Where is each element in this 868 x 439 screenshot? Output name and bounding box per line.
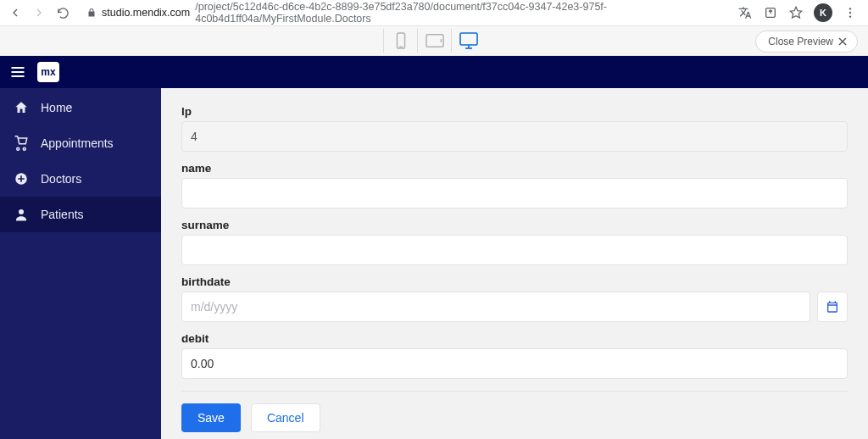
form-divider <box>181 391 848 392</box>
device-switcher <box>383 29 485 53</box>
label-birthdate: birthdate <box>181 275 848 288</box>
input-name[interactable] <box>181 178 848 208</box>
field-debit: debit <box>181 332 848 379</box>
input-surname[interactable] <box>181 235 848 265</box>
save-button[interactable]: Save <box>181 403 241 432</box>
back-button[interactable] <box>7 4 24 21</box>
field-birthdate: birthdate <box>181 275 848 322</box>
device-tablet-button[interactable] <box>417 29 451 53</box>
hamburger-menu-icon[interactable] <box>8 63 27 81</box>
forward-button[interactable] <box>31 4 47 21</box>
sidebar-item-doctors[interactable]: Doctors <box>0 161 161 197</box>
device-desktop-button[interactable] <box>451 29 485 53</box>
kebab-menu-icon[interactable] <box>843 5 858 20</box>
input-lp: 4 <box>181 121 848 152</box>
share-icon[interactable] <box>763 5 778 20</box>
sidebar-item-label: Appointments <box>41 136 114 150</box>
home-icon <box>14 100 29 115</box>
svg-point-3 <box>849 12 851 14</box>
url-host: studio.mendix.com <box>102 7 190 19</box>
input-debit[interactable] <box>181 348 848 379</box>
lock-icon <box>86 8 97 18</box>
close-icon <box>838 37 847 46</box>
sidebar-item-patients[interactable]: Patients <box>0 197 161 232</box>
patient-form: lp 4 name surname birthdate <box>161 88 868 439</box>
main-content: lp 4 name surname birthdate <box>161 88 868 439</box>
bookmark-star-icon[interactable] <box>788 5 804 20</box>
url-path: /project/5c12d46c-d6ce-4b2c-8899-3e75df2… <box>195 1 722 25</box>
label-lp: lp <box>181 105 848 118</box>
preview-toolbar: Close Preview <box>0 25 868 56</box>
sidebar-item-label: Home <box>41 101 72 114</box>
sidebar-item-label: Doctors <box>41 172 81 186</box>
person-icon <box>14 207 29 222</box>
svg-rect-5 <box>397 33 404 48</box>
field-surname: surname <box>181 219 848 265</box>
profile-avatar[interactable]: K <box>814 3 832 22</box>
reload-button[interactable] <box>54 4 71 21</box>
calendar-icon <box>826 300 839 314</box>
browser-chrome: studio.mendix.com/project/5c12d46c-d6ce-… <box>0 0 868 25</box>
app-logo: mx <box>37 62 59 82</box>
sidebar-item-appointments[interactable]: Appointments <box>0 125 161 161</box>
device-phone-button[interactable] <box>383 29 417 53</box>
left-column: Home Appointments Doctors Patients <box>0 88 161 439</box>
cancel-button[interactable]: Cancel <box>251 403 320 432</box>
input-birthdate[interactable] <box>181 292 810 322</box>
calendar-button[interactable] <box>817 292 848 322</box>
app-topbar: mx <box>0 56 868 88</box>
close-preview-button[interactable]: Close Preview <box>755 31 858 53</box>
field-lp: lp 4 <box>181 105 848 152</box>
translate-icon[interactable] <box>737 5 753 20</box>
svg-marker-1 <box>790 7 801 18</box>
cart-icon <box>14 136 29 151</box>
sidebar-item-home[interactable]: Home <box>0 90 161 125</box>
plus-circle-icon <box>14 171 29 186</box>
svg-point-18 <box>19 209 24 214</box>
address-bar[interactable]: studio.mendix.com/project/5c12d46c-d6ce-… <box>78 3 731 23</box>
sidebar: Home Appointments Doctors Patients <box>0 88 161 439</box>
sidebar-item-label: Patients <box>41 208 84 221</box>
svg-point-4 <box>849 15 851 17</box>
svg-rect-9 <box>460 33 477 45</box>
app-body: Home Appointments Doctors Patients lp 4 <box>0 88 868 439</box>
label-surname: surname <box>181 219 848 231</box>
field-name: name <box>181 162 848 208</box>
form-actions: Save Cancel <box>181 403 848 432</box>
label-debit: debit <box>181 332 848 345</box>
label-name: name <box>181 162 848 175</box>
svg-point-2 <box>849 8 851 9</box>
